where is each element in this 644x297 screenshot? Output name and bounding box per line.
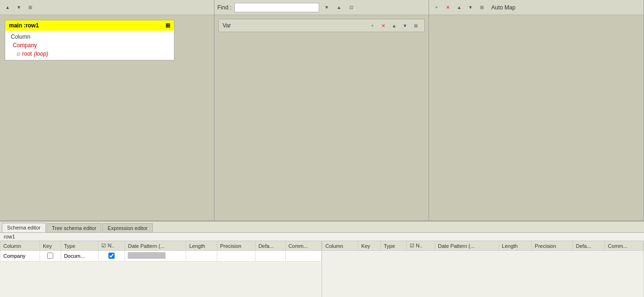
bottom-table-right: Column Key Type ☑ N.. Date Pattern (... … <box>322 241 644 297</box>
left-panel-toolbar: ▲ ▼ ⊞ <box>0 0 214 15</box>
schema-card-header: main :row1 ⊞ <box>5 20 174 31</box>
middle-panel: Find : ▼ ▲ ⊡ Var + ✕ ▲ ▼ ⊞ <box>215 0 429 221</box>
tabs-bar: Schema editor Tree schema editor Express… <box>0 221 644 233</box>
tab-tree-schema-editor[interactable]: Tree schema editor <box>47 223 101 232</box>
var-up-button[interactable]: ▲ <box>389 21 399 30</box>
tab-expression-editor[interactable]: Expression editor <box>102 223 153 232</box>
row-label: row1 <box>0 233 644 241</box>
schema-table-right: Column Key Type ☑ N.. Date Pattern (... … <box>322 241 644 251</box>
col-header-date-pattern-r: Date Pattern (... <box>435 241 499 251</box>
var-section: Var + ✕ ▲ ▼ ⊞ <box>218 19 425 32</box>
col-header-precision: Precision <box>217 241 255 251</box>
left-panel-content: main :row1 ⊞ Column Company ⊟ root (loop… <box>0 15 214 65</box>
col-header-date-pattern: Date Pattern (... <box>125 241 186 251</box>
right-down-button[interactable]: ▼ <box>466 3 475 12</box>
table-header-row-right: Column Key Type ☑ N.. Date Pattern (... … <box>322 241 644 251</box>
schema-item-root[interactable]: ⊟ root (loop) <box>9 50 170 58</box>
right-up-button[interactable]: ▲ <box>454 3 464 12</box>
right-icon-button[interactable]: ⊞ <box>477 3 487 12</box>
col-header-type-r: Type <box>380 241 406 251</box>
var-toolbar: + ✕ ▲ ▼ ⊞ <box>368 21 421 30</box>
col-header-default: Defa... <box>256 241 285 251</box>
schema-card-icon: ⊞ <box>165 22 170 29</box>
schema-card: main :row1 ⊞ Column Company ⊟ root (loop… <box>5 20 174 60</box>
col-header-column-r: Column <box>322 241 358 251</box>
tab-schema-editor[interactable]: Schema editor <box>2 223 46 232</box>
schema-column-header: Column <box>9 33 170 41</box>
date-pattern-display <box>128 252 165 259</box>
n-checkbox[interactable] <box>108 253 115 259</box>
var-label: Var <box>223 22 231 29</box>
schema-card-title: main :row1 <box>9 22 39 29</box>
cell-precision <box>217 251 255 262</box>
cell-n[interactable] <box>99 251 125 262</box>
table-row[interactable]: Company Docum... <box>0 251 322 262</box>
left-up-button[interactable]: ▲ <box>3 3 12 12</box>
cell-length <box>186 251 217 262</box>
table-header-row: Column Key Type ☑ N.. Date Pattern (... … <box>0 241 322 251</box>
var-remove-button[interactable]: ✕ <box>379 21 388 30</box>
schema-card-body: Column Company ⊟ root (loop) <box>5 31 174 60</box>
cell-default <box>256 251 285 262</box>
bottom-section: Schema editor Tree schema editor Express… <box>0 221 644 297</box>
col-header-column: Column <box>0 241 40 251</box>
find-bar: Find : ▼ ▲ ⊡ <box>215 0 429 15</box>
schema-table-left: Column Key Type ☑ N.. Date Pattern (... … <box>0 241 322 262</box>
find-options-button[interactable]: ⊡ <box>347 3 356 12</box>
var-down-button[interactable]: ▼ <box>400 21 410 30</box>
cell-column: Company <box>0 251 40 262</box>
schema-item-company[interactable]: Company <box>9 41 170 50</box>
bottom-tables: Column Key Type ☑ N.. Date Pattern (... … <box>0 241 644 297</box>
bottom-table-left: Column Key Type ☑ N.. Date Pattern (... … <box>0 241 322 297</box>
var-add-button[interactable]: + <box>368 21 377 30</box>
col-header-length: Length <box>186 241 217 251</box>
col-header-n: ☑ N.. <box>99 241 125 251</box>
col-header-key: Key <box>40 241 61 251</box>
right-panel-toolbar: + ✕ ▲ ▼ ⊞ Auto Map <box>429 0 644 15</box>
auto-map-label: Auto Map <box>491 4 515 11</box>
col-header-comment-r: Comm... <box>605 241 644 251</box>
find-input[interactable] <box>234 3 319 12</box>
tree-minus-icon: ⊟ <box>17 51 20 57</box>
col-header-default-r: Defa... <box>573 241 605 251</box>
right-add-button[interactable]: + <box>432 3 441 12</box>
col-header-precision-r: Precision <box>532 241 573 251</box>
col-header-length-r: Length <box>499 241 532 251</box>
right-panel: + ✕ ▲ ▼ ⊞ Auto Map <box>429 0 644 221</box>
key-checkbox[interactable] <box>47 253 53 259</box>
left-down-button[interactable]: ▼ <box>14 3 24 12</box>
cell-date-pattern <box>125 251 186 262</box>
left-panel: ▲ ▼ ⊞ main :row1 ⊞ Column Company <box>0 0 215 221</box>
cell-key[interactable] <box>40 251 61 262</box>
find-down-button[interactable]: ▼ <box>322 3 331 12</box>
col-header-comment: Comm... <box>285 241 321 251</box>
find-up-button[interactable]: ▲ <box>334 3 344 12</box>
var-icon-button[interactable]: ⊞ <box>411 21 421 30</box>
col-header-type: Type <box>61 241 99 251</box>
left-layout-button[interactable]: ⊞ <box>25 3 35 12</box>
cell-comment <box>285 251 321 262</box>
cell-type: Docum... <box>61 251 99 262</box>
col-header-n-r: ☑ N.. <box>407 241 435 251</box>
loop-tag: (loop) <box>34 51 49 57</box>
right-remove-button[interactable]: ✕ <box>443 3 453 12</box>
find-label: Find : <box>217 4 231 11</box>
col-header-key-r: Key <box>358 241 381 251</box>
